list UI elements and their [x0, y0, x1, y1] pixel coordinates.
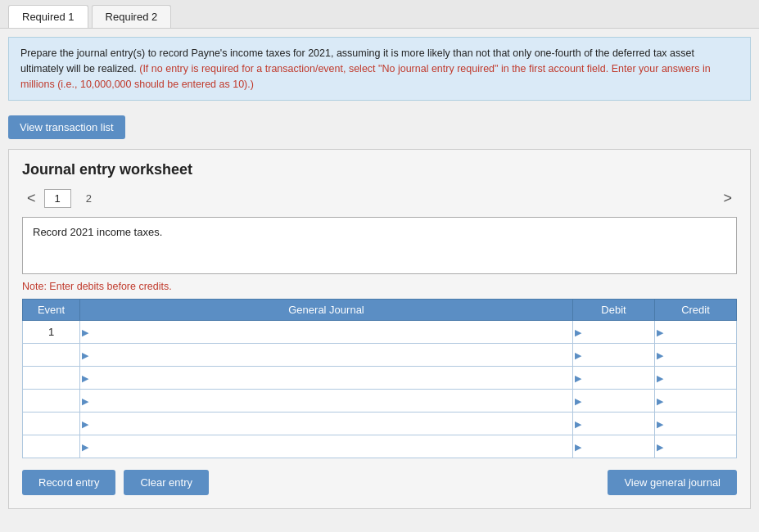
table-row-credit-0[interactable]: ▶ — [655, 321, 737, 344]
table-row-event-5 — [23, 435, 80, 458]
table-row-event-4 — [23, 413, 80, 435]
clear-entry-button[interactable]: Clear entry — [124, 470, 209, 495]
table-row-debit-3[interactable]: ▶ — [573, 390, 655, 413]
journal-table: Event General Journal Debit Credit 1▶▶▶▶… — [22, 299, 737, 458]
credit-input-5[interactable] — [666, 440, 731, 453]
tab-required1[interactable]: Required 1 — [8, 5, 88, 28]
col-header-journal: General Journal — [80, 300, 573, 321]
journal-input-3[interactable] — [92, 394, 567, 408]
journal-input-5[interactable] — [92, 440, 567, 453]
table-row-debit-1[interactable]: ▶ — [573, 344, 655, 367]
credit-input-0[interactable] — [666, 326, 731, 339]
debit-input-0[interactable] — [585, 326, 649, 339]
debit-input-3[interactable] — [585, 394, 649, 408]
table-row-credit-4[interactable]: ▶ — [655, 413, 737, 435]
record-entry-button[interactable]: Record entry — [22, 470, 115, 495]
credit-input-2[interactable] — [666, 372, 731, 385]
table-row-debit-4[interactable]: ▶ — [573, 413, 655, 435]
col-header-credit: Credit — [655, 300, 737, 321]
entry-description: Record 2021 income taxes. — [22, 217, 737, 274]
journal-input-1[interactable] — [92, 349, 567, 362]
table-row-journal-4[interactable]: ▶ — [80, 413, 573, 435]
credit-input-1[interactable] — [666, 349, 731, 362]
info-box: Prepare the journal entry(s) to record P… — [8, 37, 751, 101]
table-row-debit-2[interactable]: ▶ — [573, 367, 655, 390]
worksheet-nav: < 1 2 > — [22, 188, 737, 209]
table-row-credit-1[interactable]: ▶ — [655, 344, 737, 367]
journal-input-2[interactable] — [92, 372, 567, 385]
table-row-credit-2[interactable]: ▶ — [655, 367, 737, 390]
table-row-journal-3[interactable]: ▶ — [80, 390, 573, 413]
table-row-debit-5[interactable]: ▶ — [573, 435, 655, 458]
debit-input-4[interactable] — [585, 417, 649, 431]
table-row-journal-2[interactable]: ▶ — [80, 367, 573, 390]
tab-required2[interactable]: Required 2 — [92, 5, 172, 28]
credit-input-4[interactable] — [666, 417, 731, 431]
col-header-event: Event — [23, 300, 80, 321]
worksheet-title: Journal entry worksheet — [22, 161, 737, 178]
table-row-journal-0[interactable]: ▶ — [80, 321, 573, 344]
action-buttons: Record entry Clear entry View general jo… — [22, 470, 737, 495]
page-2-button[interactable]: 2 — [78, 190, 100, 207]
note-text: Note: Enter debits before credits. — [22, 281, 737, 292]
table-row-journal-5[interactable]: ▶ — [80, 435, 573, 458]
page-1-button[interactable]: 1 — [44, 189, 71, 208]
table-row-event-1 — [23, 344, 80, 367]
view-transaction-button[interactable]: View transaction list — [8, 115, 125, 139]
next-page-button[interactable]: > — [718, 188, 737, 209]
debit-input-1[interactable] — [585, 349, 649, 362]
col-header-debit: Debit — [573, 300, 655, 321]
journal-entry-worksheet: Journal entry worksheet < 1 2 > Record 2… — [8, 149, 751, 509]
tabs-bar: Required 1 Required 2 — [0, 0, 759, 29]
journal-input-4[interactable] — [92, 417, 567, 431]
table-row-event-0: 1 — [23, 321, 80, 344]
debit-input-2[interactable] — [585, 372, 649, 385]
journal-input-0[interactable] — [92, 326, 567, 339]
table-row-event-3 — [23, 390, 80, 413]
table-row-journal-1[interactable]: ▶ — [80, 344, 573, 367]
table-row-credit-3[interactable]: ▶ — [655, 390, 737, 413]
view-general-journal-button[interactable]: View general journal — [608, 470, 737, 495]
entry-description-text: Record 2021 income taxes. — [33, 226, 162, 238]
prev-page-button[interactable]: < — [22, 188, 41, 209]
credit-input-3[interactable] — [666, 394, 731, 408]
table-row-credit-5[interactable]: ▶ — [655, 435, 737, 458]
table-row-debit-0[interactable]: ▶ — [573, 321, 655, 344]
debit-input-5[interactable] — [585, 440, 649, 453]
table-row-event-2 — [23, 367, 80, 390]
